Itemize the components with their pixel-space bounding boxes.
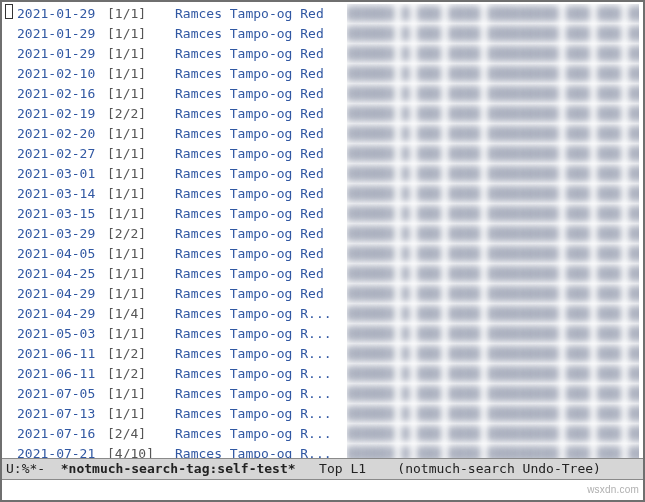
result-author: Ramces Tampo-og R...: [175, 324, 347, 344]
search-result-row[interactable]: 2021-01-29[1/1]Ramces Tampo-og Red██████…: [7, 24, 639, 44]
result-author: Ramces Tampo-og R...: [175, 404, 347, 424]
result-date: 2021-02-19: [7, 104, 107, 124]
result-count: [2/2]: [107, 224, 175, 244]
result-count: [2/4]: [107, 424, 175, 444]
result-date: 2021-07-21: [7, 444, 107, 458]
search-results-buffer[interactable]: 2021-01-29[1/1]Ramces Tampo-og Red██████…: [2, 2, 643, 458]
minibuffer[interactable]: [2, 480, 643, 500]
result-subject-blurred: ██████ █ ███ ████ █████████ ███ ███ ████…: [347, 24, 639, 44]
search-result-row[interactable]: 2021-01-29[1/1]Ramces Tampo-og Red██████…: [7, 44, 639, 64]
modeline-modes: (notmuch-search Undo-Tree): [366, 459, 601, 479]
result-author: Ramces Tampo-og Red: [175, 164, 347, 184]
result-subject-blurred: ██████ █ ███ ████ █████████ ███ ███ ████…: [347, 444, 639, 458]
result-author: Ramces Tampo-og Red: [175, 24, 347, 44]
result-count: [1/2]: [107, 364, 175, 384]
result-date: 2021-03-01: [7, 164, 107, 184]
result-count: [1/1]: [107, 264, 175, 284]
search-result-row[interactable]: 2021-03-01[1/1]Ramces Tampo-og Red██████…: [7, 164, 639, 184]
result-author: Ramces Tampo-og Red: [175, 244, 347, 264]
result-date: 2021-04-29: [7, 304, 107, 324]
search-result-row[interactable]: 2021-04-05[1/1]Ramces Tampo-og Red██████…: [7, 244, 639, 264]
result-count: [1/1]: [107, 244, 175, 264]
result-author: Ramces Tampo-og Red: [175, 284, 347, 304]
result-count: [4/10]: [107, 444, 175, 458]
result-subject-blurred: ██████ █ ███ ████ █████████ ███ ███ ████…: [347, 164, 639, 184]
search-result-row[interactable]: 2021-02-19[2/2]Ramces Tampo-og Red██████…: [7, 104, 639, 124]
result-subject-blurred: ██████ █ ███ ████ █████████ ███ ███ ████…: [347, 84, 639, 104]
modeline-position: Top L1: [296, 459, 366, 479]
emacs-window: 2021-01-29[1/1]Ramces Tampo-og Red██████…: [0, 0, 645, 502]
result-date: 2021-05-03: [7, 324, 107, 344]
result-author: Ramces Tampo-og Red: [175, 224, 347, 244]
result-date: 2021-06-11: [7, 364, 107, 384]
result-subject-blurred: ██████ █ ███ ████ █████████ ███ ███ ████…: [347, 344, 639, 364]
result-subject-blurred: ██████ █ ███ ████ █████████ ███ ███ ████…: [347, 404, 639, 424]
search-result-row[interactable]: 2021-01-29[1/1]Ramces Tampo-og Red██████…: [7, 4, 639, 24]
result-count: [1/1]: [107, 164, 175, 184]
result-author: Ramces Tampo-og Red: [175, 104, 347, 124]
result-date: 2021-07-13: [7, 404, 107, 424]
search-result-row[interactable]: 2021-06-11[1/2]Ramces Tampo-og R...█████…: [7, 364, 639, 384]
result-date: 2021-03-14: [7, 184, 107, 204]
result-author: Ramces Tampo-og R...: [175, 344, 347, 364]
result-author: Ramces Tampo-og R...: [175, 364, 347, 384]
result-author: Ramces Tampo-og R...: [175, 444, 347, 458]
search-result-row[interactable]: 2021-02-16[1/1]Ramces Tampo-og Red██████…: [7, 84, 639, 104]
result-author: Ramces Tampo-og Red: [175, 204, 347, 224]
result-count: [1/1]: [107, 184, 175, 204]
result-subject-blurred: ██████ █ ███ ████ █████████ ███ ███ ████…: [347, 44, 639, 64]
search-result-row[interactable]: 2021-07-21[4/10]Ramces Tampo-og R...████…: [7, 444, 639, 458]
result-subject-blurred: ██████ █ ███ ████ █████████ ███ ███ ████…: [347, 144, 639, 164]
mode-line[interactable]: U:%*- *notmuch-search-tag:self-test* Top…: [2, 458, 643, 480]
result-date: 2021-04-29: [7, 284, 107, 304]
search-result-row[interactable]: 2021-03-14[1/1]Ramces Tampo-og Red██████…: [7, 184, 639, 204]
result-count: [1/4]: [107, 304, 175, 324]
result-subject-blurred: ██████ █ ███ ████ █████████ ███ ███ ████…: [347, 184, 639, 204]
result-author: Ramces Tampo-og R...: [175, 384, 347, 404]
search-result-row[interactable]: 2021-04-29[1/1]Ramces Tampo-og Red██████…: [7, 284, 639, 304]
result-author: Ramces Tampo-og Red: [175, 64, 347, 84]
result-count: [1/2]: [107, 344, 175, 364]
result-date: 2021-07-16: [7, 424, 107, 444]
result-date: 2021-04-25: [7, 264, 107, 284]
result-author: Ramces Tampo-og Red: [175, 124, 347, 144]
search-result-row[interactable]: 2021-07-16[2/4]Ramces Tampo-og R...█████…: [7, 424, 639, 444]
result-subject-blurred: ██████ █ ███ ████ █████████ ███ ███ ████…: [347, 264, 639, 284]
result-count: [1/1]: [107, 404, 175, 424]
result-subject-blurred: ██████ █ ███ ████ █████████ ███ ███ ████…: [347, 284, 639, 304]
search-result-row[interactable]: 2021-02-20[1/1]Ramces Tampo-og Red██████…: [7, 124, 639, 144]
result-subject-blurred: ██████ █ ███ ████ █████████ ███ ███ ████…: [347, 4, 639, 24]
result-subject-blurred: ██████ █ ███ ████ █████████ ███ ███ ████…: [347, 364, 639, 384]
result-subject-blurred: ██████ █ ███ ████ █████████ ███ ███ ████…: [347, 64, 639, 84]
search-result-row[interactable]: 2021-02-10[1/1]Ramces Tampo-og Red██████…: [7, 64, 639, 84]
result-count: [1/1]: [107, 204, 175, 224]
result-count: [1/1]: [107, 4, 175, 24]
result-date: 2021-02-10: [7, 64, 107, 84]
result-date: 2021-02-27: [7, 144, 107, 164]
search-result-row[interactable]: 2021-05-03[1/1]Ramces Tampo-og R...█████…: [7, 324, 639, 344]
result-date: 2021-01-29: [7, 44, 107, 64]
search-result-row[interactable]: 2021-07-05[1/1]Ramces Tampo-og R...█████…: [7, 384, 639, 404]
result-date: 2021-02-20: [7, 124, 107, 144]
result-author: Ramces Tampo-og Red: [175, 264, 347, 284]
result-date: 2021-07-05: [7, 384, 107, 404]
result-author: Ramces Tampo-og R...: [175, 304, 347, 324]
result-date: 2021-03-15: [7, 204, 107, 224]
result-count: [1/1]: [107, 144, 175, 164]
result-author: Ramces Tampo-og R...: [175, 424, 347, 444]
search-result-row[interactable]: 2021-04-29[1/4]Ramces Tampo-og R...█████…: [7, 304, 639, 324]
result-subject-blurred: ██████ █ ███ ████ █████████ ███ ███ ████…: [347, 304, 639, 324]
result-subject-blurred: ██████ █ ███ ████ █████████ ███ ███ ████…: [347, 124, 639, 144]
result-count: [1/1]: [107, 124, 175, 144]
result-count: [1/1]: [107, 84, 175, 104]
search-result-row[interactable]: 2021-03-29[2/2]Ramces Tampo-og Red██████…: [7, 224, 639, 244]
search-result-row[interactable]: 2021-03-15[1/1]Ramces Tampo-og Red██████…: [7, 204, 639, 224]
text-cursor: [5, 4, 13, 19]
search-result-row[interactable]: 2021-02-27[1/1]Ramces Tampo-og Red██████…: [7, 144, 639, 164]
result-subject-blurred: ██████ █ ███ ████ █████████ ███ ███ ████…: [347, 384, 639, 404]
search-result-row[interactable]: 2021-04-25[1/1]Ramces Tampo-og Red██████…: [7, 264, 639, 284]
result-count: [1/1]: [107, 24, 175, 44]
search-result-row[interactable]: 2021-07-13[1/1]Ramces Tampo-og R...█████…: [7, 404, 639, 424]
search-result-row[interactable]: 2021-06-11[1/2]Ramces Tampo-og R...█████…: [7, 344, 639, 364]
result-author: Ramces Tampo-og Red: [175, 184, 347, 204]
